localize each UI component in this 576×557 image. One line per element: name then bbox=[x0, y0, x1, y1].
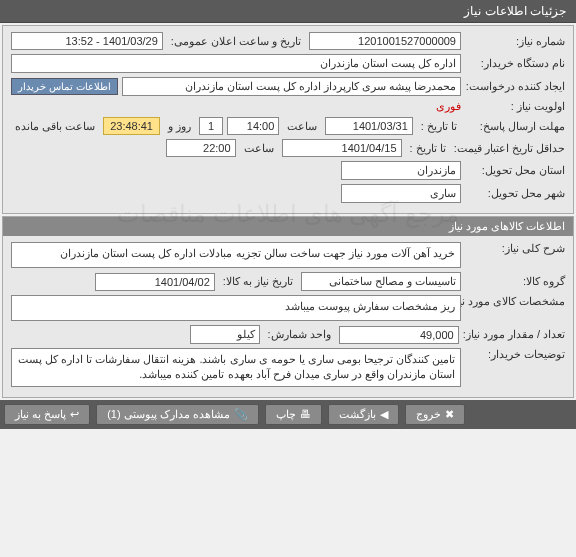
goods-info-section: اطلاعات کالاهای مورد نیاز شرح کلی نیاز: … bbox=[2, 216, 574, 398]
goods-section-title: اطلاعات کالاهای مورد نیاز bbox=[3, 217, 573, 236]
deliver-city-label: شهر محل تحویل: bbox=[465, 187, 565, 200]
days-and-label: روز و bbox=[168, 120, 191, 133]
print-label: چاپ bbox=[276, 408, 296, 421]
unit-label: واحد شمارش: bbox=[268, 328, 331, 341]
print-button[interactable]: 🖶 چاپ bbox=[265, 404, 322, 425]
row-spec: مشخصات کالای مورد نیاز: ریز مشخصات سفارش… bbox=[11, 295, 565, 321]
row-priority: اولویت نیاز : فوری bbox=[11, 100, 565, 113]
row-qty: تعداد / مقدار مورد نیاز: 49,000 واحد شما… bbox=[11, 325, 565, 344]
deliver-prov-value: مازندران bbox=[341, 161, 461, 180]
countdown-value: 23:48:41 bbox=[103, 117, 160, 135]
desc-value: خرید آهن آلات مورد نیاز جهت ساخت سالن تج… bbox=[11, 242, 461, 268]
deliver-prov-label: استان محل تحویل: bbox=[465, 164, 565, 177]
send-deadline-label: مهلت ارسال پاسخ: bbox=[465, 120, 565, 133]
cred-to-date: 1401/04/15 bbox=[282, 139, 402, 157]
exit-button[interactable]: ✖ خروج bbox=[405, 404, 465, 425]
row-group: گروه کالا: تاسیسات و مصالح ساختمانی تاری… bbox=[11, 272, 565, 291]
row-send-deadline: مهلت ارسال پاسخ: تا تاریخ : 1401/03/31 س… bbox=[11, 117, 565, 135]
public-ann-label: تاریخ و ساعت اعلان عمومی: bbox=[171, 35, 301, 48]
public-ann-value: 1401/03/29 - 13:52 bbox=[11, 32, 163, 50]
attach-label: مشاهده مدارک پیوستی (1) bbox=[107, 408, 230, 421]
footer-bar: ↩ پاسخ به نیاز 📎 مشاهده مدارک پیوستی (1)… bbox=[0, 400, 576, 429]
qty-label: تعداد / مقدار مورد نیاز: bbox=[463, 328, 565, 341]
deliver-city-value: ساری bbox=[341, 184, 461, 203]
spec-label: مشخصات کالای مورد نیاز: bbox=[465, 295, 565, 308]
need-date-value: 1401/04/02 bbox=[95, 273, 215, 291]
row-requester: ایجاد کننده درخواست: محمدرضا پیشه سری کا… bbox=[11, 77, 565, 96]
row-buyer: نام دستگاه خریدار: اداره کل پست استان ما… bbox=[11, 54, 565, 73]
back-button[interactable]: ◀ بازگشت bbox=[328, 404, 399, 425]
contact-button[interactable]: اطلاعات تماس خریدار bbox=[11, 78, 118, 95]
unit-value: کیلو bbox=[190, 325, 260, 344]
exit-label: خروج bbox=[416, 408, 441, 421]
priority-label: اولویت نیاز : bbox=[465, 100, 565, 113]
back-label: بازگشت bbox=[339, 408, 376, 421]
cred-deadline-label: حداقل تاریخ اعتبار قیمت: bbox=[454, 142, 565, 155]
attachment-icon: 📎 bbox=[234, 408, 248, 421]
buyer-value: اداره کل پست استان مازندران bbox=[11, 54, 461, 73]
hour-label-1: ساعت bbox=[287, 120, 317, 133]
need-info-section: شماره نیاز: 1201001527000009 تاریخ و ساع… bbox=[2, 25, 574, 214]
need-no-value: 1201001527000009 bbox=[309, 32, 461, 50]
row-need-number: شماره نیاز: 1201001527000009 تاریخ و ساع… bbox=[11, 32, 565, 50]
exit-icon: ✖ bbox=[445, 408, 454, 421]
send-to-date: 1401/03/31 bbox=[325, 117, 412, 135]
qty-value: 49,000 bbox=[339, 326, 459, 344]
group-value: تاسیسات و مصالح ساختمانی bbox=[301, 272, 461, 291]
need-date-label: تاریخ نیاز به کالا: bbox=[223, 275, 293, 288]
row-notes: توضیحات خریدار: تامین کنندگان ترجیحا بوم… bbox=[11, 348, 565, 387]
respond-label: پاسخ به نیاز bbox=[15, 408, 66, 421]
to-date-label-1: تا تاریخ : bbox=[421, 120, 457, 133]
requester-label: ایجاد کننده درخواست: bbox=[465, 80, 565, 93]
buyer-label: نام دستگاه خریدار: bbox=[465, 57, 565, 70]
spec-value: ریز مشخصات سفارش پیوست میباشد bbox=[11, 295, 461, 321]
desc-label: شرح کلی نیاز: bbox=[465, 242, 565, 255]
cred-to-hour: 22:00 bbox=[166, 139, 236, 157]
to-date-label-2: تا تاریخ : bbox=[410, 142, 446, 155]
attachments-button[interactable]: 📎 مشاهده مدارک پیوستی (1) bbox=[96, 404, 259, 425]
priority-value: فوری bbox=[436, 100, 461, 113]
print-icon: 🖶 bbox=[300, 408, 311, 420]
respond-button[interactable]: ↩ پاسخ به نیاز bbox=[4, 404, 90, 425]
notes-value: تامین کنندگان ترجیحا بومی ساری یا حومه ی… bbox=[11, 348, 461, 387]
remaining-label: ساعت باقی مانده bbox=[15, 120, 95, 133]
row-desc: شرح کلی نیاز: خرید آهن آلات مورد نیاز جه… bbox=[11, 242, 565, 268]
requester-value: محمدرضا پیشه سری کارپرداز اداره کل پست ا… bbox=[122, 77, 461, 96]
days-value: 1 bbox=[199, 117, 223, 135]
row-deliver-province: استان محل تحویل: مازندران bbox=[11, 161, 565, 180]
hour-label-2: ساعت bbox=[244, 142, 274, 155]
group-label: گروه کالا: bbox=[465, 275, 565, 288]
row-credit-deadline: حداقل تاریخ اعتبار قیمت: تا تاریخ : 1401… bbox=[11, 139, 565, 157]
need-no-label: شماره نیاز: bbox=[465, 35, 565, 48]
notes-label: توضیحات خریدار: bbox=[465, 348, 565, 361]
window-title: جزئیات اطلاعات نیاز bbox=[0, 0, 576, 23]
send-to-hour: 14:00 bbox=[227, 117, 279, 135]
back-icon: ◀ bbox=[380, 408, 388, 421]
row-deliver-city: شهر محل تحویل: ساری bbox=[11, 184, 565, 203]
reply-icon: ↩ bbox=[70, 408, 79, 421]
